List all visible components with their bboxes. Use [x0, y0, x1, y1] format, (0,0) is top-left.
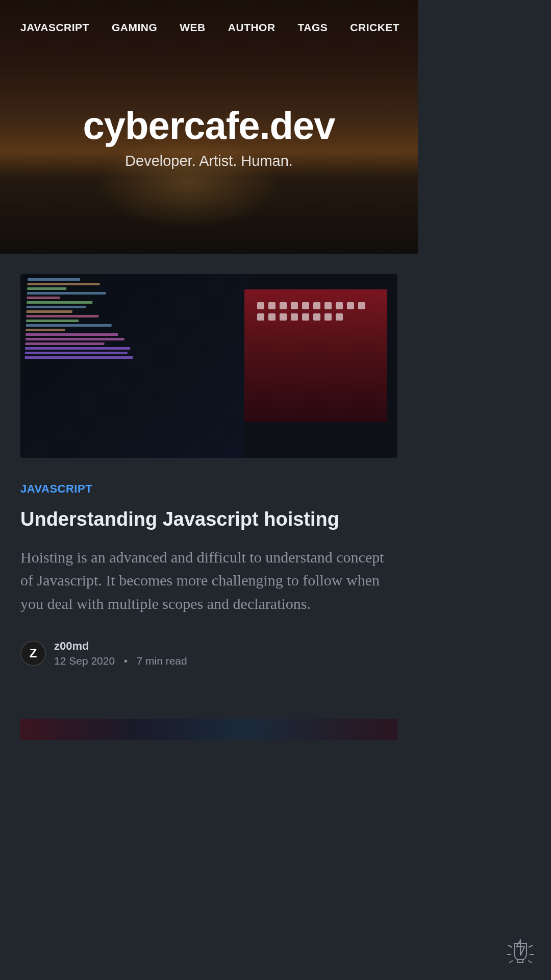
author-name[interactable]: z00md — [54, 640, 187, 653]
post-meta: Z z00md 12 Sep 2020 • 7 min read — [20, 640, 397, 667]
post-read-time: 7 min read — [137, 655, 187, 667]
hero-content: cybercafe.dev Developer. Artist. Human. — [0, 18, 418, 254]
post-divider — [20, 697, 397, 697]
author-avatar[interactable]: Z — [20, 641, 46, 666]
post-excerpt: Hoisting is an advanced and difficult to… — [20, 546, 397, 616]
post-feature-image[interactable] — [20, 274, 397, 458]
site-description: Developer. Artist. Human. — [125, 153, 293, 169]
byline-separator: • — [124, 655, 128, 667]
post-tag[interactable]: JAVASCRIPT — [20, 482, 397, 496]
hero-header: JAVASCRIPT GAMING WEB AUTHOR TAGS CRICKE… — [0, 0, 418, 254]
post-title[interactable]: Understanding Javascript hoisting — [20, 508, 397, 531]
site-title: cybercafe.dev — [83, 103, 335, 148]
post-card[interactable]: JAVASCRIPT Understanding Javascript hois… — [20, 274, 397, 697]
post-feed: JAVASCRIPT Understanding Javascript hois… — [0, 254, 418, 761]
post-byline: 12 Sep 2020 • 7 min read — [54, 655, 187, 667]
next-post-feature-image[interactable] — [20, 719, 397, 740]
post-date: 12 Sep 2020 — [54, 655, 115, 667]
